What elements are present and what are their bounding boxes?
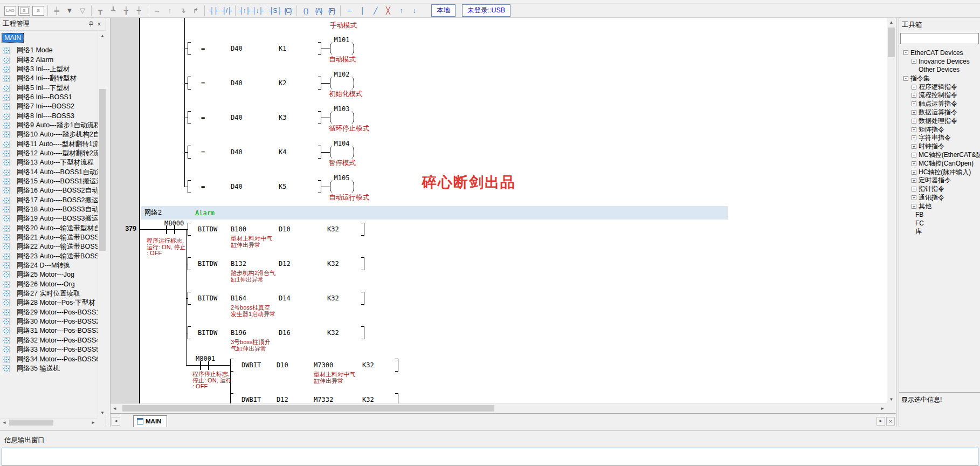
tab-main[interactable]: MAIN (133, 415, 167, 427)
instruction-name[interactable]: BITDW (198, 294, 217, 302)
coil-paren[interactable] (349, 77, 354, 90)
coil-f-icon[interactable]: {F} (325, 5, 338, 17)
network-item[interactable]: 网络23 Auto---输送带BOSS3 (0, 252, 98, 261)
append-row-icon[interactable]: ▽ (76, 5, 89, 17)
coil-a-icon[interactable]: {A} (312, 5, 325, 17)
network-item[interactable]: 网络26 Motor---Org (0, 280, 98, 289)
tree-expander-icon[interactable]: + (912, 153, 916, 157)
instruction-name[interactable]: BITDW (198, 329, 217, 337)
tab-close-icon[interactable]: × (886, 417, 895, 426)
coil-paren[interactable] (349, 180, 354, 193)
panel-splitter[interactable] (106, 18, 111, 427)
instruction-name[interactable]: DWBIT (241, 396, 261, 403)
project-horizontal-scrollbar[interactable]: ◄ ► (0, 418, 98, 427)
toolbox-search-input[interactable] (900, 33, 979, 44)
operand[interactable]: D10 (277, 361, 288, 369)
tree-expander-icon[interactable]: + (912, 204, 916, 209)
tree-expander-icon[interactable] (912, 67, 916, 72)
toolbox-tree-item[interactable]: + 其他 (899, 202, 980, 210)
network-item[interactable]: 网络2 Alarm (0, 55, 98, 64)
network-item[interactable]: 网络35 输送机 (0, 364, 98, 373)
scrollbar-thumb[interactable] (888, 28, 895, 57)
scrollbar-thumb[interactable] (122, 405, 494, 412)
scrollbar-thumb[interactable] (99, 89, 106, 251)
tree-expander-icon[interactable]: + (912, 170, 916, 175)
edit-contact-topleft-icon[interactable]: ┲ (94, 5, 107, 17)
line-corner-down-icon[interactable]: ↴ (176, 5, 189, 17)
pin-icon[interactable] (86, 20, 95, 29)
coil-paren[interactable] (349, 111, 354, 124)
operand[interactable]: D16 (279, 329, 291, 337)
network-item[interactable]: 网络27 实时位置读取 (0, 289, 98, 298)
sfc-block-icon[interactable]: S (18, 6, 30, 16)
toolbox-tree-item[interactable]: + 通讯指令 (899, 194, 980, 202)
coil-paren[interactable] (330, 77, 335, 90)
move-up-icon[interactable]: ↑ (395, 5, 408, 17)
coil-paren[interactable] (349, 42, 354, 55)
operand[interactable]: K4 (279, 148, 286, 156)
contact-falling-icon[interactable]: ┤↓├ (251, 5, 264, 17)
coil-paren[interactable] (330, 146, 335, 159)
tab-scroll-right-icon[interactable]: ► (877, 417, 885, 426)
toolbox-tree-item[interactable]: + Inovance Devices (899, 57, 980, 66)
operand[interactable]: B100 (231, 225, 246, 233)
tree-expander-icon[interactable] (908, 213, 913, 217)
tree-expander-icon[interactable]: + (912, 178, 916, 183)
coil-operand[interactable]: M103 (325, 105, 358, 113)
toolbox-tree-item[interactable]: + 数据运算指令 (899, 108, 980, 117)
operand[interactable]: K32 (327, 329, 339, 337)
network-item[interactable]: 网络31 Motor---Pos-BOSS3 (0, 326, 98, 335)
operand[interactable]: B132 (231, 260, 246, 268)
instruction-name[interactable]: BITDW (198, 260, 217, 268)
tree-expander-icon[interactable]: + (912, 127, 916, 132)
tree-expander-icon[interactable]: + (912, 59, 916, 64)
contact-open-icon[interactable]: ┤├ (207, 5, 220, 17)
operand[interactable]: B196 (231, 329, 246, 337)
operand[interactable]: D14 (279, 294, 291, 302)
network-item[interactable]: 网络19 Auto----BOSS3搬运流程 (0, 214, 98, 223)
edit-contact-mixed-icon[interactable]: ┾ (133, 5, 146, 17)
scroll-up-icon[interactable]: ▲ (98, 31, 107, 40)
network-item[interactable]: 网络33 Motor---Pos-BOSS5 (0, 345, 98, 354)
compare-operator[interactable]: = (201, 114, 205, 121)
toolbox-tree-item[interactable]: Other Devices (899, 66, 980, 74)
coil-paren[interactable] (330, 111, 335, 124)
delete-x-icon[interactable]: ╳ (382, 5, 395, 17)
network-item[interactable]: 网络12 Auto----型材翻转2流程 (0, 149, 98, 158)
sep-7[interactable] (296, 5, 297, 16)
operand[interactable]: K1 (279, 45, 286, 52)
operand[interactable]: K32 (327, 260, 339, 268)
scroll-right-icon[interactable]: ► (878, 404, 887, 413)
edit-contact-bottomleft-icon[interactable]: ┺ (107, 5, 120, 17)
operand[interactable]: M7300 (314, 361, 333, 369)
network-item[interactable]: 网络5 Ini---下型材 (0, 83, 98, 92)
operand[interactable]: D40 (231, 79, 243, 87)
tree-expander-icon[interactable]: + (912, 119, 916, 124)
toolbox-tree-item[interactable]: + 矩阵指令 (899, 125, 980, 134)
sep-8[interactable] (340, 5, 341, 16)
network-item[interactable]: 网络17 Auto----BOSS2搬运流程 (0, 196, 98, 205)
operand[interactable]: D40 (231, 183, 243, 190)
sep-4[interactable] (204, 5, 205, 16)
tree-expander-icon[interactable]: + (912, 135, 916, 140)
toolbox-tree-item[interactable]: + 指针指令 (899, 185, 980, 194)
coil-paren[interactable] (330, 180, 335, 193)
toolbox-tree-item[interactable]: + 时钟指令 (899, 142, 980, 151)
toolbox-tree-item[interactable]: + MC轴控(CanOpen) (899, 159, 980, 168)
line-right-icon[interactable]: → (150, 5, 163, 17)
network-item[interactable]: 网络25 Motor---Jog (0, 270, 98, 279)
operand[interactable]: K3 (279, 114, 286, 121)
tree-expander-icon[interactable]: + (912, 195, 916, 200)
toolbox-tree-item[interactable]: + MC轴控(EtherCAT&脉 (899, 151, 980, 160)
sep-2[interactable] (91, 5, 92, 16)
sfc-icon[interactable]: S (32, 6, 44, 16)
scroll-up-icon[interactable]: ▲ (887, 18, 896, 26)
network-item[interactable]: 网络8 Ini----BOSS3 (0, 111, 98, 120)
operand[interactable]: M7332 (314, 396, 333, 403)
contact-set-icon[interactable]: ┤S├ (268, 5, 281, 17)
toolbox-tree-item[interactable]: FC (899, 219, 980, 228)
network-item[interactable]: 网络10 Auto----踏步机构2自动 (0, 130, 98, 139)
network-item[interactable]: 网络3 Ini---上型材 (0, 65, 98, 74)
operand[interactable]: D40 (231, 114, 243, 121)
coil-paren[interactable] (330, 42, 335, 55)
